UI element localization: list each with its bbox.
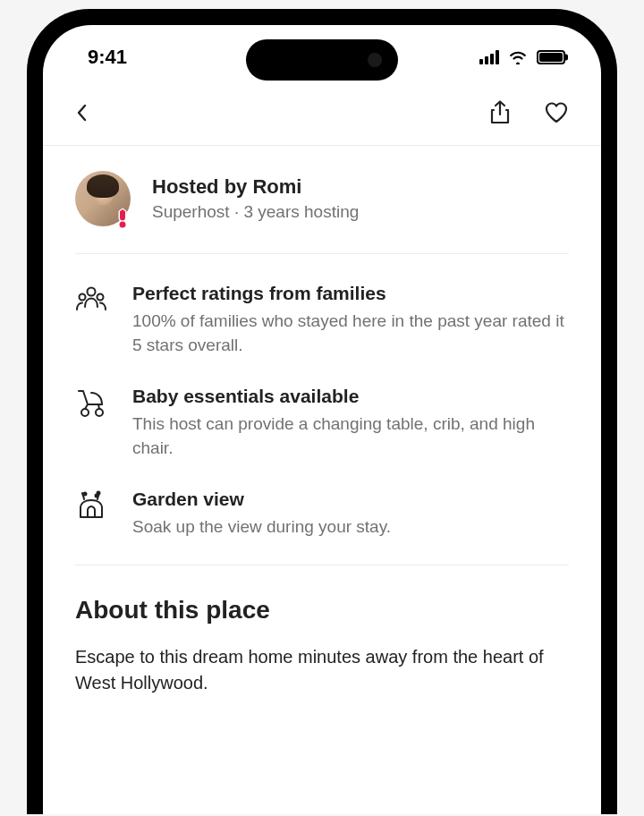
stroller-icon bbox=[75, 386, 107, 418]
navigation-bar bbox=[43, 79, 601, 146]
people-icon bbox=[75, 283, 107, 315]
about-section: About this place Escape to this dream ho… bbox=[75, 565, 569, 714]
highlight-item: Garden view Soak up the view during your… bbox=[75, 489, 569, 540]
cellular-signal-icon bbox=[479, 50, 499, 64]
highlight-title: Baby essentials available bbox=[132, 386, 569, 407]
highlight-item: Baby essentials available This host can … bbox=[75, 386, 569, 460]
svg-point-5 bbox=[81, 409, 89, 416]
screen: 9:41 bbox=[43, 25, 601, 814]
svg-point-6 bbox=[96, 409, 103, 416]
status-time: 9:41 bbox=[88, 46, 127, 69]
highlight-title: Perfect ratings from families bbox=[132, 283, 569, 304]
wifi-icon bbox=[508, 50, 528, 64]
highlights-section: Perfect ratings from families 100% of fa… bbox=[75, 254, 569, 565]
svg-point-4 bbox=[97, 294, 104, 301]
highlight-desc: Soak up the view during your stay. bbox=[132, 515, 391, 540]
highlight-desc: 100% of families who stayed here in the … bbox=[132, 310, 569, 357]
highlight-item: Perfect ratings from families 100% of fa… bbox=[75, 283, 569, 357]
host-avatar bbox=[75, 171, 131, 226]
garden-icon bbox=[75, 489, 107, 521]
host-title: Hosted by Romi bbox=[152, 175, 359, 199]
svg-point-3 bbox=[80, 294, 86, 301]
host-section[interactable]: Hosted by Romi Superhost · 3 years hosti… bbox=[75, 146, 569, 254]
share-button[interactable] bbox=[488, 100, 512, 125]
phone-frame: 9:41 bbox=[27, 9, 617, 814]
svg-point-9 bbox=[96, 495, 98, 497]
highlight-desc: This host can provide a changing table, … bbox=[132, 412, 569, 460]
favorite-button[interactable] bbox=[544, 101, 569, 124]
status-icons bbox=[479, 50, 565, 64]
superhost-badge-icon bbox=[111, 207, 134, 230]
back-button[interactable] bbox=[75, 102, 89, 123]
about-heading: About this place bbox=[75, 596, 569, 625]
host-subtitle: Superhost · 3 years hosting bbox=[152, 202, 359, 222]
highlight-title: Garden view bbox=[132, 489, 391, 510]
about-body: Escape to this dream home minutes away f… bbox=[75, 644, 569, 696]
battery-icon bbox=[537, 50, 565, 64]
svg-point-7 bbox=[84, 493, 87, 496]
dynamic-island bbox=[246, 39, 398, 81]
svg-point-1 bbox=[120, 222, 126, 228]
svg-point-2 bbox=[88, 288, 96, 296]
